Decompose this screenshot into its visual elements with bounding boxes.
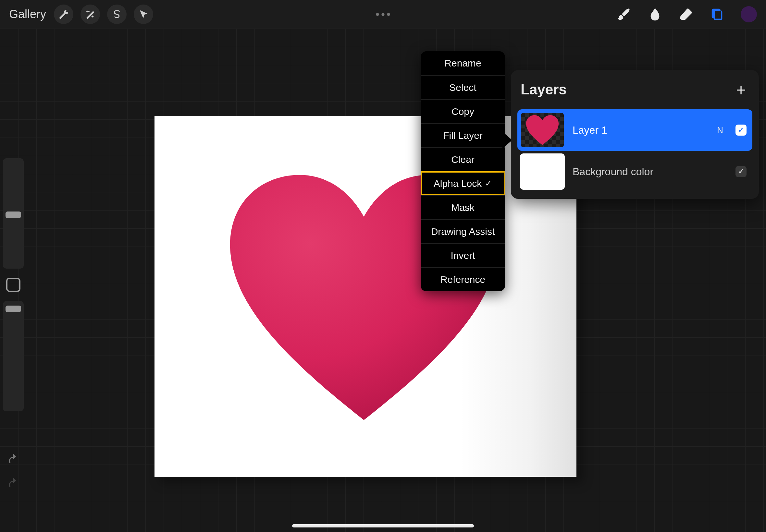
adjustments-icon[interactable]: [80, 5, 100, 24]
wrench-icon: [58, 9, 69, 20]
ctx-clear[interactable]: Clear: [421, 147, 505, 171]
gallery-button[interactable]: Gallery: [9, 7, 46, 21]
layer-visible-checkbox[interactable]: ✓: [736, 166, 747, 177]
actions-icon[interactable]: [54, 5, 73, 24]
left-sidebar: [0, 158, 27, 411]
layer-visible-checkbox[interactable]: ✓: [736, 125, 747, 136]
workspace[interactable]: Rename Select Copy Fill Layer Clear Alph…: [0, 29, 766, 532]
ctx-alpha-lock[interactable]: Alpha Lock✓: [421, 171, 505, 195]
transform-icon[interactable]: [134, 5, 153, 24]
smudge-icon: [648, 7, 663, 22]
layers-panel: Layers ＋ Layer 1 N ✓ Background color ✓: [511, 70, 759, 199]
brush-size-slider[interactable]: [3, 158, 24, 269]
modify-button[interactable]: [6, 278, 20, 292]
ctx-rename[interactable]: Rename: [421, 51, 505, 75]
layers-title: Layers: [521, 81, 567, 98]
add-layer-button[interactable]: ＋: [733, 79, 749, 100]
layer-row[interactable]: Background color ✓: [517, 151, 752, 192]
undo-icon[interactable]: [7, 453, 20, 466]
slider-thumb[interactable]: [6, 306, 21, 312]
layer-name: Background color: [573, 166, 728, 178]
ctx-drawing-assist[interactable]: Drawing Assist: [421, 219, 505, 243]
arrow-cursor-icon: [138, 9, 149, 20]
check-icon: ✓: [485, 178, 492, 188]
blend-mode-label[interactable]: N: [717, 125, 723, 135]
layers-icon: [710, 7, 725, 22]
brush-icon: [616, 7, 631, 22]
layer-thumbnail: [520, 112, 565, 148]
eraser-tool[interactable]: [678, 6, 694, 22]
redo-icon[interactable]: [7, 477, 20, 490]
dot-icon: [376, 13, 379, 16]
ctx-copy[interactable]: Copy: [421, 99, 505, 123]
layer-context-menu: Rename Select Copy Fill Layer Clear Alph…: [421, 51, 505, 291]
s-icon: [111, 9, 122, 20]
top-toolbar: Gallery: [0, 0, 766, 29]
dot-icon: [387, 13, 390, 16]
color-picker[interactable]: [741, 6, 757, 22]
layer-name: Layer 1: [573, 124, 709, 136]
ctx-reference[interactable]: Reference: [421, 267, 505, 291]
layers-tool[interactable]: [710, 6, 725, 22]
layer-row[interactable]: Layer 1 N ✓: [517, 109, 752, 151]
smudge-tool[interactable]: [647, 6, 663, 22]
brush-opacity-slider[interactable]: [3, 301, 24, 411]
slider-thumb[interactable]: [6, 212, 21, 218]
wand-icon: [85, 9, 96, 20]
ctx-fill-layer[interactable]: Fill Layer: [421, 123, 505, 147]
ctx-mask[interactable]: Mask: [421, 195, 505, 219]
home-indicator: [292, 524, 474, 527]
dot-icon: [382, 13, 385, 16]
ctx-invert[interactable]: Invert: [421, 243, 505, 267]
undo-redo-group: [0, 453, 27, 490]
more-menu[interactable]: [376, 13, 390, 16]
selection-icon[interactable]: [107, 5, 127, 24]
layer-thumbnail: [520, 153, 565, 190]
eraser-icon: [679, 7, 694, 22]
ctx-select[interactable]: Select: [421, 75, 505, 99]
brush-tool[interactable]: [616, 6, 632, 22]
right-tools: [616, 6, 757, 22]
